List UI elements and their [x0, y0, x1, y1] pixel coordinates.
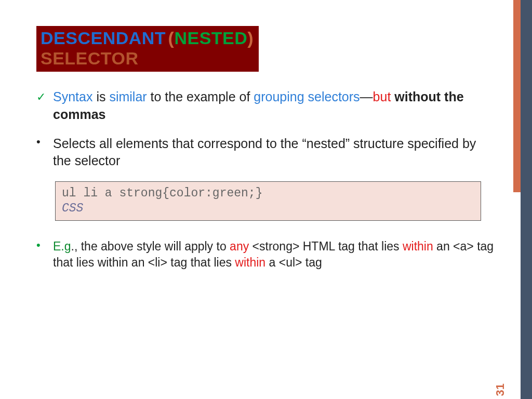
example-p1: ., the above style will apply to	[71, 240, 230, 253]
phrase-mid: to the example of	[147, 89, 254, 104]
word-but: but	[373, 89, 391, 104]
word-syntax: Syntax	[53, 89, 92, 104]
title-word-selector: SELECTOR	[41, 48, 139, 68]
word-any: any	[230, 240, 249, 253]
example-p4: a <ul> tag	[265, 256, 322, 269]
word-is: is	[92, 89, 109, 104]
accent-bar-orange	[513, 0, 521, 192]
word-eg: E.g	[53, 240, 71, 253]
bullet-selects-text: Selects all elements that correspond to …	[53, 135, 496, 170]
slide-title: DESCENDANT (NESTED) SELECTOR	[36, 26, 259, 72]
word-within-1: within	[403, 240, 433, 253]
code-block: ul li a strong{color:green;} CSS	[55, 181, 481, 221]
bullet-syntax: ✓ Syntax is similar to the example of gr…	[36, 88, 496, 124]
content-area: ✓ Syntax is similar to the example of gr…	[36, 88, 496, 271]
phrase-grouping: grouping selectors	[254, 89, 360, 104]
bullet-icon: •	[36, 135, 53, 170]
example-p2: <strong> HTML tag that lies	[249, 240, 403, 253]
bullet-selects: • Selects all elements that correspond t…	[36, 135, 496, 170]
title-paren-open: (	[168, 28, 175, 48]
bullet-syntax-text: Syntax is similar to the example of grou…	[53, 88, 496, 124]
code-label: CSS	[62, 201, 474, 216]
word-similar: similar	[109, 89, 147, 104]
check-icon: ✓	[36, 88, 53, 124]
slide: DESCENDANT (NESTED) SELECTOR ✓ Syntax is…	[0, 0, 532, 399]
word-within-2: within	[235, 256, 265, 269]
page-number: 31	[494, 383, 507, 396]
code-line: ul li a strong{color:green;}	[62, 186, 474, 201]
title-word-nested: NESTED	[174, 28, 247, 48]
accent-bar-dark	[521, 0, 532, 399]
dash: —	[360, 89, 373, 104]
bullet-icon: •	[36, 238, 53, 271]
bullet-example-text: E.g., the above style will apply to any …	[53, 238, 496, 271]
title-word-descendant: DESCENDANT	[41, 28, 166, 48]
title-paren-close: )	[247, 28, 254, 48]
bullet-example: • E.g., the above style will apply to an…	[36, 238, 496, 271]
